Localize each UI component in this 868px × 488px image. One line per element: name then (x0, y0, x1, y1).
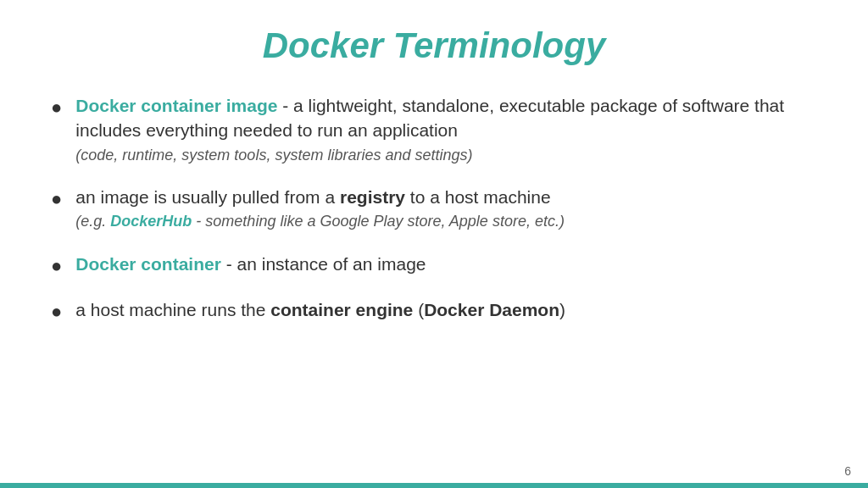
bullet-item-2: ● an image is usually pulled from a regi… (51, 185, 817, 233)
dockerhub-link: DockerHub (110, 213, 192, 230)
bullet-2-plain-end: to a host machine (405, 187, 551, 207)
bullet-item-3: ● Docker container - an instance of an i… (51, 252, 817, 280)
bullet-3-main: - an instance of an image (221, 254, 426, 274)
bullet-dot-1: ● (51, 95, 62, 121)
highlight-docker-container: Docker container (75, 254, 221, 274)
highlight-docker-daemon: Docker Daemon (424, 300, 559, 319)
bullet-text-1: Docker container image - a lightweight, … (75, 93, 817, 166)
bullet-4-plain-end: ) (559, 300, 565, 319)
highlight-docker-image: Docker container image (75, 96, 277, 115)
bullet-4-plain-middle: ( (413, 300, 424, 319)
bullet-text-4: a host machine runs the container engine… (75, 297, 565, 322)
bottom-bar (0, 483, 868, 488)
bullet-dot-3: ● (51, 253, 62, 280)
bullet-text-3: Docker container - an instance of an ima… (75, 252, 426, 276)
slide: Docker Terminology ● Docker container im… (0, 0, 868, 488)
highlight-container-engine: container engine (270, 300, 413, 319)
highlight-registry: registry (340, 187, 405, 207)
bullet-1-sub: (code, runtime, system tools, system lib… (75, 145, 817, 166)
bullet-4-plain-start: a host machine runs the (75, 300, 270, 319)
page-number: 6 (844, 464, 851, 478)
content-area: ● Docker container image - a lightweight… (51, 93, 817, 454)
slide-title: Docker Terminology (51, 25, 817, 66)
bullet-dot-2: ● (51, 186, 62, 213)
bullet-item-1: ● Docker container image - a lightweight… (51, 93, 817, 166)
bullet-2-plain-start: an image is usually pulled from a (75, 187, 340, 207)
bullet-dot-4: ● (51, 299, 62, 325)
bullet-item-4: ● a host machine runs the container engi… (51, 297, 817, 325)
bullet-text-2: an image is usually pulled from a regist… (75, 185, 565, 233)
bullet-2-sub: (e.g. DockerHub - something like a Googl… (75, 211, 565, 232)
